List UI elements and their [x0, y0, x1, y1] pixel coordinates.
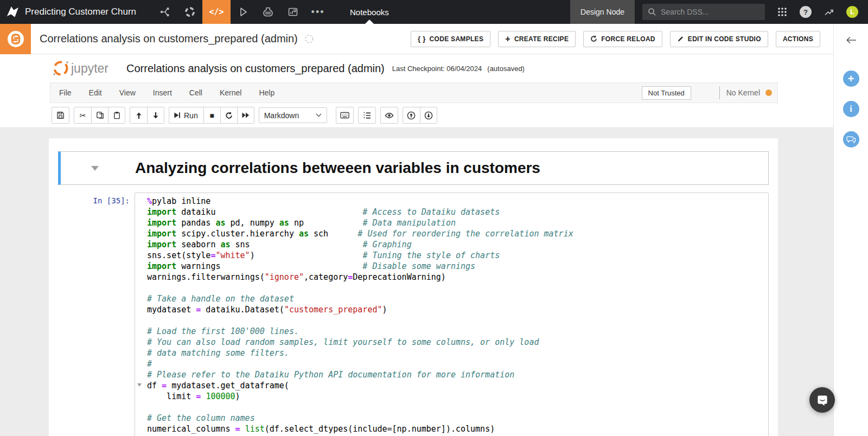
code-line [147, 402, 768, 413]
menu-cell[interactable]: Cell [181, 88, 211, 97]
menu-view[interactable]: View [111, 88, 144, 97]
project-title[interactable]: Predicting Customer Churn [25, 7, 136, 17]
kernel-status: No Kernel [726, 88, 760, 97]
trust-status-button[interactable]: Not Trusted [642, 86, 691, 100]
add-panel-button[interactable]: + [843, 70, 859, 87]
active-tab-notch [365, 20, 374, 24]
collapse-panel-button[interactable] [845, 34, 857, 47]
plus-icon: + [505, 34, 510, 44]
apps-grid-icon[interactable] [777, 7, 788, 17]
restart-icon [225, 112, 233, 119]
keyboard-icon [340, 112, 349, 119]
info-panel-button[interactable]: i [843, 101, 859, 117]
copy-cell-button[interactable] [91, 107, 108, 123]
run-cell-button[interactable]: Run [169, 107, 203, 123]
jupyter-toolbar: ✂ [0, 103, 868, 128]
code-line: sns.set(style="white") # Tuning the styl… [147, 250, 768, 261]
code-notebooks-icon[interactable]: </> [202, 0, 231, 24]
dashboard-icon[interactable] [280, 0, 305, 24]
arrow-down-icon [152, 112, 159, 119]
node-selector[interactable]: Design Node [570, 0, 635, 24]
trend-arrow-icon[interactable] [824, 7, 834, 17]
user-avatar[interactable]: L [846, 6, 858, 18]
circle-arrow-down-icon [424, 111, 433, 120]
code-line: limit = 100000) [147, 391, 768, 402]
move-cell-down-button[interactable] [147, 107, 164, 123]
code-line: # Please refer to the Dataiku Python API… [147, 369, 768, 380]
code-line: # Get the column names [147, 413, 768, 424]
code-line: # Take a handle on the dataset [147, 293, 768, 304]
cut-cell-button[interactable]: ✂ [74, 107, 91, 123]
arrow-up-icon [135, 112, 143, 119]
run-all-button[interactable] [237, 107, 254, 123]
toggle-output-button[interactable] [381, 107, 398, 123]
scissors-icon: ✂ [80, 111, 86, 120]
menu-file[interactable]: File [50, 88, 80, 97]
run-jobs-icon[interactable] [231, 0, 256, 24]
save-icon [56, 111, 65, 119]
page-title: Correlations analysis on customers_prepa… [40, 33, 298, 45]
menu-edit[interactable]: Edit [80, 88, 111, 97]
code-line: import dataiku # Access to Dataiku datas… [147, 207, 768, 217]
bird-icon [5, 5, 20, 19]
discussions-panel-button[interactable] [843, 131, 859, 148]
numbered-list-icon [363, 112, 371, 119]
top-navbar: Predicting Customer Churn </> [0, 0, 868, 24]
active-section-tab[interactable]: Notebooks [342, 0, 397, 24]
notebook-title[interactable]: Correlations analysis on customers_prepa… [126, 62, 385, 75]
search-bar[interactable] [642, 4, 765, 20]
scroll-output-down-button[interactable] [420, 107, 437, 123]
divider [719, 86, 720, 99]
move-cell-up-button[interactable] [130, 107, 147, 123]
cell-type-select[interactable]: Markdown [259, 107, 327, 123]
code-line: %pylab inline [147, 196, 768, 207]
eye-icon [385, 112, 394, 119]
scroll-output-up-button[interactable] [403, 107, 420, 123]
code-samples-button[interactable]: { } CODE SAMPLES [411, 31, 490, 47]
code-cell[interactable]: In [35]: %pylab inlineimport dataiku # A… [58, 193, 769, 436]
dataiku-logo-icon[interactable] [0, 0, 25, 24]
chat-widget-button[interactable] [809, 387, 835, 413]
more-icon[interactable]: ••• [305, 0, 330, 24]
lab-flask-icon[interactable] [256, 0, 280, 24]
code-line [147, 283, 768, 293]
code-editor[interactable]: %pylab inlineimport dataiku # Access to … [135, 193, 769, 436]
stop-kernel-button[interactable]: ■ [203, 107, 220, 123]
menu-help[interactable]: Help [250, 88, 283, 97]
numbered-list-button[interactable] [359, 107, 375, 123]
code-fold-marker[interactable] [137, 383, 142, 387]
plus-icon: + [848, 73, 854, 85]
kernel-indicator-icon [765, 89, 772, 96]
sync-status-icon [304, 34, 314, 44]
code-line: import pandas as pd, numpy as np # Data … [147, 217, 768, 228]
collapse-heading-icon[interactable] [91, 166, 99, 171]
search-input[interactable] [661, 8, 748, 16]
code-line: import seaborn as sns # Graphing [147, 239, 768, 250]
jupyter-logo: jupyter [52, 59, 118, 78]
flow-icon[interactable] [152, 0, 177, 24]
actions-button[interactable]: ACTIONS [776, 31, 820, 47]
code-line: warnings.filterwarnings("ignore",categor… [147, 272, 768, 283]
search-icon [648, 8, 656, 16]
create-recipe-button[interactable]: + CREATE RECIPE [498, 31, 576, 47]
input-prompt: In [35]: [58, 193, 135, 436]
notebook-container: Analyzing correlations betweeen variable… [49, 138, 778, 436]
save-button[interactable] [52, 107, 69, 123]
command-palette-button[interactable] [336, 107, 353, 123]
force-reload-button[interactable]: FORCE RELOAD [583, 31, 662, 47]
code-line: mydataset = dataiku.Dataset("customers_p… [147, 304, 768, 315]
help-icon[interactable]: ? [800, 6, 812, 18]
notebook-area: Analyzing correlations betweeen variable… [0, 128, 868, 436]
lab-donut-icon[interactable] [177, 0, 202, 24]
menu-insert[interactable]: Insert [144, 88, 181, 97]
edit-in-code-studio-button[interactable]: EDIT IN CODE STUDIO [670, 31, 768, 47]
paste-cell-button[interactable] [108, 107, 125, 123]
menu-kernel[interactable]: Kernel [211, 88, 250, 97]
svg-text:jupyter: jupyter [71, 61, 108, 75]
arrow-left-icon [845, 36, 857, 44]
autosave-status: (autosaved) [487, 65, 525, 73]
markdown-cell[interactable]: Analyzing correlations betweeen variable… [58, 151, 769, 185]
restart-kernel-button[interactable] [220, 107, 237, 123]
section-label: Notebooks [350, 8, 389, 17]
circle-arrow-up-icon [407, 111, 416, 120]
